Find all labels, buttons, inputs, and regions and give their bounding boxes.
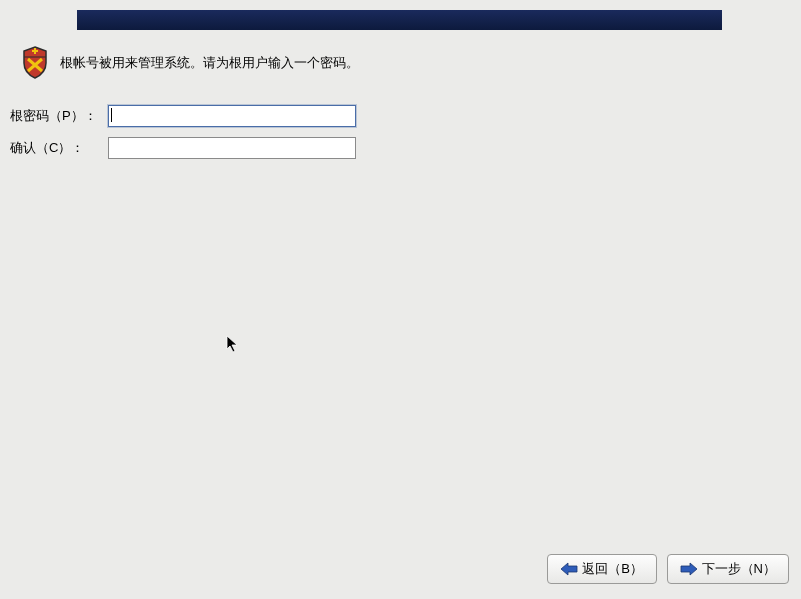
confirm-label: 确认（C）： <box>10 139 108 157</box>
back-button-label: 返回（B） <box>582 560 643 578</box>
password-form: 根密码（P）： 确认（C）： <box>10 105 356 169</box>
next-button[interactable]: 下一步（N） <box>667 554 789 584</box>
description-row: 根帐号被用来管理系统。请为根用户输入一个密码。 <box>20 45 359 80</box>
arrow-left-icon <box>560 562 578 576</box>
confirm-row: 确认（C）： <box>10 137 356 159</box>
confirm-password-input[interactable] <box>108 137 356 159</box>
root-password-input[interactable] <box>108 105 356 127</box>
button-bar: 返回（B） 下一步（N） <box>547 554 789 584</box>
arrow-right-icon <box>680 562 698 576</box>
shield-icon <box>20 45 50 80</box>
back-button[interactable]: 返回（B） <box>547 554 657 584</box>
next-button-label: 下一步（N） <box>702 560 776 578</box>
svg-rect-1 <box>34 48 36 54</box>
description-text: 根帐号被用来管理系统。请为根用户输入一个密码。 <box>60 53 359 73</box>
mouse-cursor <box>226 335 240 353</box>
header-bar <box>77 10 722 30</box>
text-cursor <box>111 108 112 122</box>
password-row: 根密码（P）： <box>10 105 356 127</box>
password-label: 根密码（P）： <box>10 107 108 125</box>
